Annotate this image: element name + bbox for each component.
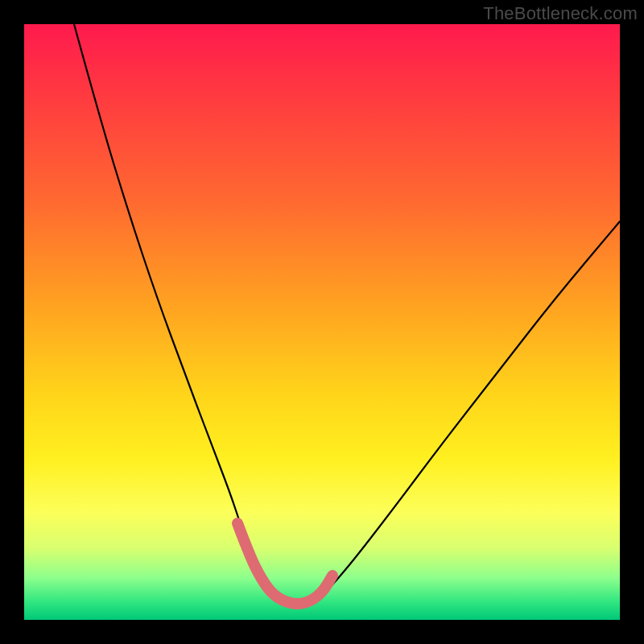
bottleneck-curve — [74, 24, 620, 605]
highlight-segment — [237, 523, 332, 604]
curve-svg — [24, 24, 620, 620]
plot-area — [24, 24, 620, 620]
chart-frame: TheBottleneck.com — [0, 0, 644, 644]
watermark-label: TheBottleneck.com — [483, 3, 638, 24]
